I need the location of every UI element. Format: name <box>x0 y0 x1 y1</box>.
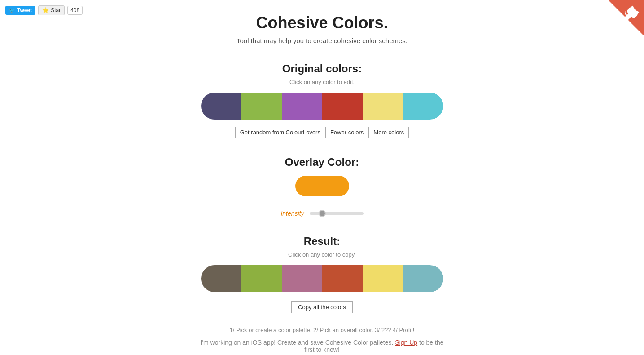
fewer-colors-button[interactable]: Fewer colors <box>325 127 368 138</box>
ios-text-before: I'm working on an iOS app! Create and sa… <box>201 339 394 346</box>
star-label: Star <box>51 7 61 13</box>
steps-text-content: 1/ Pick or create a color palette. 2/ Pi… <box>230 327 415 333</box>
signup-link[interactable]: Sign Up <box>395 339 417 346</box>
result-swatch-1[interactable] <box>241 265 282 292</box>
intensity-label: Intensity <box>280 210 304 217</box>
tweet-button[interactable]: 🐦 Tweet <box>5 6 35 15</box>
random-colors-button[interactable]: Get random from ColourLovers <box>235 127 325 138</box>
github-icon: ⭐ <box>42 7 49 13</box>
original-swatch-3[interactable] <box>322 93 363 120</box>
twitter-icon: 🐦 <box>9 8 15 13</box>
original-colors-hint: Click on any color to edit. <box>197 79 448 85</box>
star-count: 408 <box>67 6 83 15</box>
result-swatch-0[interactable] <box>201 265 241 292</box>
ios-promo-text: I'm working on an iOS app! Create and sa… <box>197 339 448 353</box>
steps-text: 1/ Pick or create a color palette. 2/ Pi… <box>197 327 448 333</box>
overlay-color-title: Overlay Color: <box>197 156 448 169</box>
overlay-color-pill[interactable] <box>295 176 349 196</box>
star-button[interactable]: ⭐ Star <box>38 5 65 15</box>
more-colors-button[interactable]: More colors <box>368 127 409 138</box>
original-swatch-4[interactable] <box>363 93 403 120</box>
result-swatch-3[interactable] <box>322 265 363 292</box>
copy-all-colors-button[interactable]: Copy all the colors <box>291 301 353 313</box>
result-title: Result: <box>197 235 448 248</box>
result-swatch-4[interactable] <box>363 265 403 292</box>
top-bar: 🐦 Tweet ⭐ Star 408 <box>5 5 83 15</box>
original-swatch-2[interactable] <box>282 93 322 120</box>
original-swatch-0[interactable] <box>201 93 241 120</box>
result-hint: Click on any color to copy. <box>197 251 448 258</box>
result-swatch-2[interactable] <box>282 265 322 292</box>
page-title: Cohesive Colors. <box>197 13 448 32</box>
result-section: Result: Click on any color to copy. <box>197 235 448 292</box>
page-subtitle: Tool that may help you to create cohesiv… <box>197 37 448 44</box>
intensity-row: Intensity <box>197 210 448 217</box>
main-content: Cohesive Colors. Tool that may help you … <box>188 0 457 355</box>
intensity-slider[interactable] <box>310 212 364 215</box>
overlay-section: Overlay Color: <box>197 156 448 196</box>
original-swatch-5[interactable] <box>403 93 443 120</box>
original-colors-title: Original colors: <box>197 62 448 75</box>
original-swatch-1[interactable] <box>241 93 282 120</box>
color-controls: Get random from ColourLovers Fewer color… <box>197 127 448 138</box>
original-color-strip[interactable] <box>201 93 443 120</box>
tweet-label: Tweet <box>17 7 32 13</box>
result-color-strip[interactable] <box>201 265 443 292</box>
result-swatch-5[interactable] <box>403 265 443 292</box>
